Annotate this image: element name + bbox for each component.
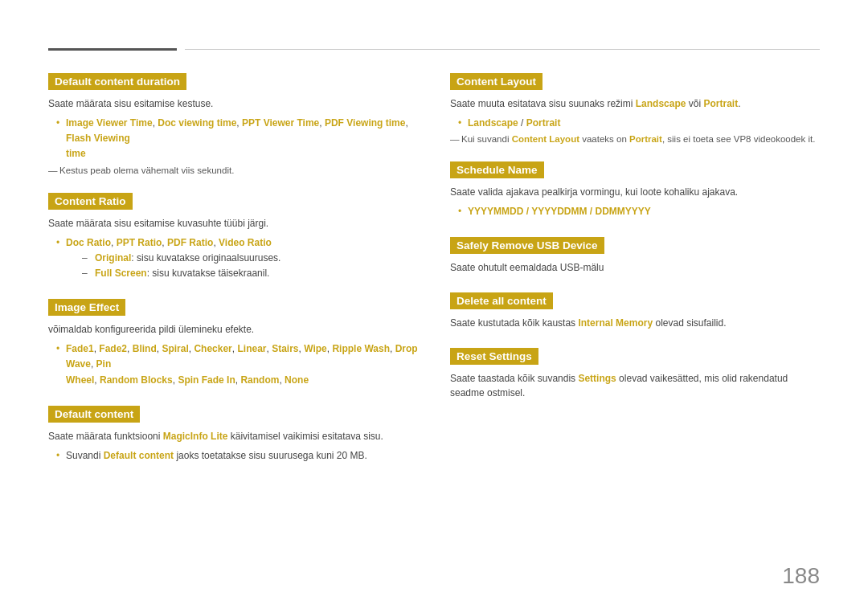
- section-title-content-layout: Content Layout: [450, 73, 542, 90]
- bullets-content-ratio: Doc Ratio, PPT Ratio, PDF Ratio, Video R…: [55, 235, 418, 282]
- desc-reset-settings: Saate taastada kõik suvandis Settings ol…: [450, 371, 820, 400]
- highlight: Portrait: [526, 117, 561, 129]
- section-schedule-name: Schedule Name Saate valida ajakava pealk…: [450, 161, 820, 219]
- section-safely-remove-usb: Safely Remove USB Device Saate ohutult e…: [450, 237, 820, 275]
- bullets-content-layout: Landscape / Portrait: [457, 116, 820, 131]
- top-dividers: [48, 48, 820, 51]
- highlight: Spin Fade In: [178, 374, 235, 386]
- section-title-content-ratio: Content Ratio: [48, 193, 133, 210]
- highlight: PDF Viewing time: [325, 117, 405, 129]
- bullets-image-effect: Fade1, Fade2, Blind, Spiral, Checker, Li…: [55, 341, 418, 388]
- sub-item-fullscreen: Full Screen: sisu kuvatakse täisekraanil…: [82, 266, 418, 281]
- highlight: Stairs: [272, 343, 298, 354]
- highlight: Landscape: [468, 117, 518, 129]
- highlight: PDF Ratio: [167, 237, 213, 248]
- highlight: Checker: [194, 343, 231, 354]
- sub-item-original: Original: sisu kuvatakse originaalsuurus…: [82, 251, 418, 266]
- highlight: Video Ratio: [219, 237, 272, 248]
- desc-image-effect: võimaldab konfigureerida pildi ülemineku…: [48, 322, 418, 337]
- right-column: Content Layout Saate muuta esitatava sis…: [450, 73, 820, 481]
- divider-light: [185, 49, 820, 50]
- bullets-schedule-name: YYYYMMDD / YYYYDDMM / DDMMYYYY: [457, 204, 820, 219]
- desc-content-ratio: Saate määrata sisu esitamise kuvasuhte t…: [48, 216, 418, 231]
- desc-schedule-name: Saate valida ajakava pealkirja vormingu,…: [450, 185, 820, 199]
- highlight: Random Blocks: [100, 374, 173, 386]
- section-reset-settings: Reset Settings Saate taastada kõik suvan…: [450, 348, 820, 400]
- highlight-settings: Settings: [578, 373, 616, 384]
- highlight: YYYYMMDD / YYYYDDMM / DDMMYYYY: [468, 206, 651, 217]
- section-title-default-content-duration: Default content duration: [48, 73, 186, 90]
- desc-default-content: Saate määrata funktsiooni MagicInfo Lite…: [48, 429, 418, 443]
- desc-delete-all-content: Saate kustutada kõik kaustas Internal Me…: [450, 316, 820, 330]
- section-default-content-duration: Default content duration Saate määrata s…: [48, 73, 418, 175]
- bullet-item: Suvandi Default content jaoks toetatakse…: [55, 448, 418, 464]
- bullet-item: Image Viewer Time, Doc viewing time, PPT…: [55, 116, 418, 162]
- highlight: Default content: [104, 450, 174, 461]
- page-number: 188: [782, 563, 820, 589]
- section-title-image-effect: Image Effect: [48, 299, 125, 316]
- highlight: Full Screen: [95, 268, 147, 279]
- note-content-layout: Kui suvandi Content Layout vaateks on Po…: [450, 134, 820, 144]
- highlight: Fade1: [66, 343, 94, 354]
- highlight: Spiral: [162, 343, 188, 354]
- highlight: Linear: [237, 343, 266, 354]
- highlight: Doc Ratio: [66, 237, 111, 248]
- bullet-item: Doc Ratio, PPT Ratio, PDF Ratio, Video R…: [55, 235, 418, 282]
- highlight: Flash Viewingtime: [66, 133, 130, 159]
- section-content-layout: Content Layout Saate muuta esitatava sis…: [450, 73, 820, 144]
- highlight-portrait: Portrait: [704, 98, 739, 109]
- highlight-magicinfo: MagicInfo Lite: [163, 431, 228, 442]
- sub-list-content-ratio: Original: sisu kuvatakse originaalsuurus…: [82, 251, 418, 281]
- highlight: Image Viewer Time: [66, 117, 153, 129]
- highlight: PPT Viewer Time: [242, 117, 319, 129]
- highlight-landscape: Landscape: [636, 98, 686, 109]
- highlight: Ripple Wash: [332, 343, 390, 354]
- section-image-effect: Image Effect võimaldab konfigureerida pi…: [48, 299, 418, 388]
- section-content-ratio: Content Ratio Saate määrata sisu esitami…: [48, 193, 418, 282]
- divider-dark: [48, 48, 177, 51]
- highlight: None: [285, 374, 309, 386]
- section-delete-all-content: Delete all content Saate kustutada kõik …: [450, 292, 820, 330]
- highlight: Original: [95, 252, 131, 264]
- highlight: Content Layout: [512, 134, 579, 144]
- desc-safely-remove-usb: Saate ohutult eemaldada USB-mälu: [450, 260, 820, 275]
- section-title-safely-remove-usb: Safely Remove USB Device: [450, 237, 604, 254]
- section-title-default-content: Default content: [48, 406, 140, 423]
- two-column-layout: Default content duration Saate määrata s…: [48, 73, 820, 481]
- page-container: Default content duration Saate määrata s…: [0, 0, 868, 513]
- left-column: Default content duration Saate määrata s…: [48, 73, 418, 481]
- bullet-item: Landscape / Portrait: [457, 116, 820, 131]
- highlight-internal-memory: Internal Memory: [578, 317, 653, 329]
- highlight: Wipe: [304, 343, 327, 354]
- highlight: Random: [240, 374, 279, 386]
- bullet-item: YYYYMMDD / YYYYDDMM / DDMMYYYY: [457, 204, 820, 219]
- bullet-item: Fade1, Fade2, Blind, Spiral, Checker, Li…: [55, 341, 418, 388]
- section-title-delete-all-content: Delete all content: [450, 292, 553, 309]
- bullets-default-content: Suvandi Default content jaoks toetatakse…: [55, 448, 418, 464]
- bullets-default-content-duration: Image Viewer Time, Doc viewing time, PPT…: [55, 116, 418, 162]
- section-title-schedule-name: Schedule Name: [450, 161, 544, 178]
- highlight: PPT Ratio: [117, 237, 162, 248]
- highlight: Portrait: [629, 134, 662, 144]
- note-default-content-duration: Kestus peab olema vähemalt viis sekundit…: [48, 166, 418, 175]
- section-title-reset-settings: Reset Settings: [450, 348, 538, 365]
- section-default-content: Default content Saate määrata funktsioon…: [48, 406, 418, 464]
- highlight: Doc viewing time: [158, 117, 236, 129]
- highlight: Blind: [133, 343, 157, 354]
- desc-default-content-duration: Saate määrata sisu esitamise kestuse.: [48, 96, 418, 111]
- highlight: Fade2: [99, 343, 127, 354]
- desc-content-layout: Saate muuta esitatava sisu suunaks režim…: [450, 96, 820, 111]
